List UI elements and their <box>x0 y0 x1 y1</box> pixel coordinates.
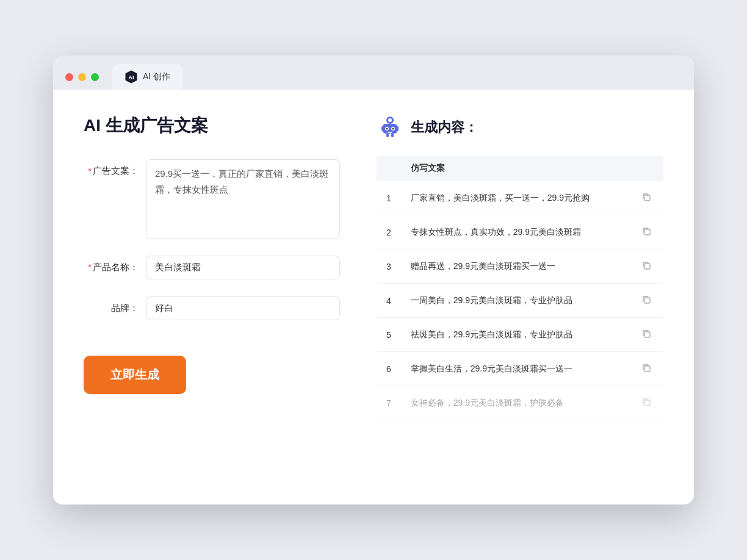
row-text: 女神必备，29.9元美白淡斑霜，护肤必备 <box>401 386 629 420</box>
row-number: 3 <box>377 249 401 284</box>
form-row-product: *产品名称： <box>84 256 340 279</box>
svg-rect-20 <box>644 400 650 406</box>
svg-rect-13 <box>391 134 394 137</box>
right-panel: 生成内容： 仿写文案 1 厂家直销，美白淡斑霜，买一送一，29.9元抢购 <box>377 114 663 480</box>
form-row-brand: 品牌： <box>84 296 340 320</box>
col-num <box>377 156 401 181</box>
form-row-ad-copy: *广告文案： 29.9买一送一，真正的厂家直销，美白淡斑霜，专抹女性斑点 <box>84 159 340 239</box>
brand-label: 品牌： <box>84 296 139 314</box>
result-header: 生成内容： <box>377 114 663 141</box>
copy-button[interactable] <box>639 292 654 309</box>
row-number: 6 <box>377 352 401 386</box>
svg-rect-19 <box>644 366 650 372</box>
table-row: 5 祛斑美白，29.9元美白淡斑霜，专业护肤品 <box>377 318 663 352</box>
table-row: 1 厂家直销，美白淡斑霜，买一送一，29.9元抢购 <box>377 181 663 215</box>
row-number: 1 <box>377 181 401 215</box>
row-number: 7 <box>377 386 401 420</box>
row-text: 祛斑美白，29.9元美白淡斑霜，专业护肤品 <box>401 318 629 352</box>
brand-input[interactable] <box>146 296 340 320</box>
titlebar: AI AI 创作 <box>53 56 694 90</box>
table-header-row: 仿写文案 <box>377 156 663 181</box>
product-name-label: *产品名称： <box>84 256 139 273</box>
svg-rect-17 <box>644 298 650 303</box>
table-row: 7 女神必备，29.9元美白淡斑霜，护肤必备 <box>377 386 663 420</box>
ad-copy-label: *广告文案： <box>84 159 139 177</box>
svg-rect-12 <box>386 134 389 137</box>
row-number: 2 <box>377 215 401 249</box>
robot-icon <box>377 114 403 141</box>
result-title: 生成内容： <box>411 118 478 137</box>
row-text: 厂家直销，美白淡斑霜，买一送一，29.9元抢购 <box>401 181 629 215</box>
row-number: 4 <box>377 284 401 318</box>
svg-rect-9 <box>388 132 392 133</box>
row-number: 5 <box>377 318 401 352</box>
svg-rect-16 <box>644 264 650 269</box>
maximize-button[interactable] <box>91 73 99 81</box>
page-title: AI 生成广告文案 <box>84 114 340 137</box>
traffic-lights <box>65 73 99 81</box>
ad-copy-input[interactable]: 29.9买一送一，真正的厂家直销，美白淡斑霜，专抹女性斑点 <box>146 159 340 239</box>
copy-button[interactable] <box>639 395 654 411</box>
svg-rect-14 <box>644 195 650 201</box>
required-star-1: * <box>88 165 92 176</box>
svg-rect-15 <box>644 229 650 235</box>
browser-window: AI AI 创作 AI 生成广告文案 *广告文案： 29.9买一送一，真正的厂家… <box>53 56 694 504</box>
table-row: 4 一周美白，29.9元美白淡斑霜，专业护肤品 <box>377 284 663 318</box>
tab-ai-creation[interactable]: AI AI 创作 <box>112 64 182 90</box>
svg-rect-10 <box>381 126 384 131</box>
generate-button[interactable]: 立即生成 <box>84 356 186 394</box>
row-text: 一周美白，29.9元美白淡斑霜，专业护肤品 <box>401 284 629 318</box>
results-table: 仿写文案 1 厂家直销，美白淡斑霜，买一送一，29.9元抢购 2 专抹女性斑点，… <box>377 156 663 420</box>
row-text: 专抹女性斑点，真实功效，29.9元美白淡斑霜 <box>401 215 629 249</box>
copy-button[interactable] <box>639 190 654 206</box>
col-text: 仿写文案 <box>401 156 629 181</box>
product-name-input[interactable] <box>146 256 340 279</box>
svg-point-8 <box>392 128 394 130</box>
table-row: 6 掌握美白生活，29.9元美白淡斑霜买一送一 <box>377 352 663 386</box>
row-text: 掌握美白生活，29.9元美白淡斑霜买一送一 <box>401 352 629 386</box>
minimize-button[interactable] <box>78 73 86 81</box>
copy-button[interactable] <box>639 258 654 275</box>
table-row: 2 专抹女性斑点，真实功效，29.9元美白淡斑霜 <box>377 215 663 249</box>
svg-rect-11 <box>396 126 399 131</box>
tab-label: AI 创作 <box>143 71 170 82</box>
row-text: 赠品再送，29.9元美白淡斑霜买一送一 <box>401 249 629 284</box>
svg-rect-18 <box>644 332 650 337</box>
copy-button[interactable] <box>639 224 654 240</box>
table-row: 3 赠品再送，29.9元美白淡斑霜买一送一 <box>377 249 663 284</box>
left-panel: AI 生成广告文案 *广告文案： 29.9买一送一，真正的厂家直销，美白淡斑霜，… <box>84 114 340 480</box>
required-star-2: * <box>88 262 92 272</box>
copy-button[interactable] <box>639 326 654 343</box>
ai-tab-icon: AI <box>125 70 138 84</box>
close-button[interactable] <box>65 73 73 81</box>
svg-text:AI: AI <box>129 74 134 81</box>
svg-point-7 <box>386 128 388 130</box>
browser-content: AI 生成广告文案 *广告文案： 29.9买一送一，真正的厂家直销，美白淡斑霜，… <box>53 90 694 504</box>
svg-point-3 <box>388 118 392 122</box>
copy-button[interactable] <box>639 361 654 377</box>
col-action <box>629 156 663 181</box>
